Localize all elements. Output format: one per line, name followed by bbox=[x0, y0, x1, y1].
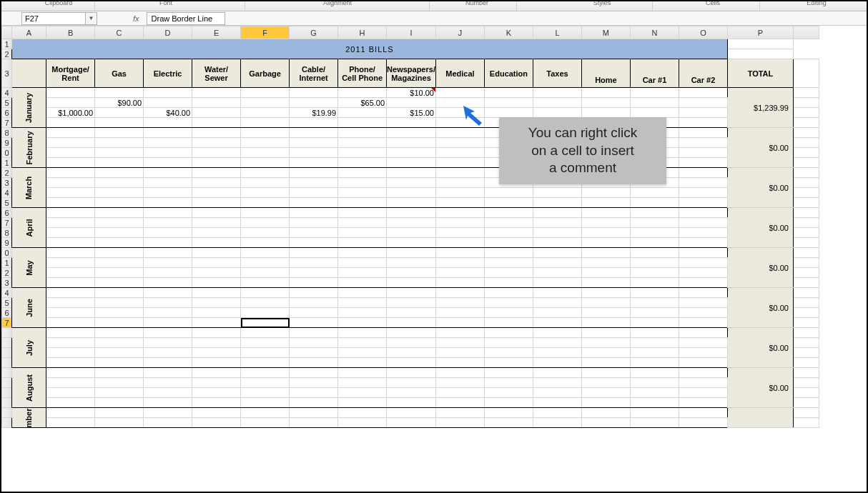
cell[interactable] bbox=[192, 228, 241, 238]
cell[interactable] bbox=[95, 158, 144, 168]
cell[interactable] bbox=[95, 88, 144, 98]
cell[interactable] bbox=[679, 88, 727, 98]
cell[interactable] bbox=[793, 88, 819, 98]
cell[interactable] bbox=[95, 218, 144, 228]
cell[interactable] bbox=[387, 348, 436, 358]
row-hdr[interactable]: 9 bbox=[2, 138, 12, 148]
cell[interactable] bbox=[46, 358, 95, 368]
cell[interactable] bbox=[241, 178, 290, 188]
cell-cable[interactable]: $19.99 bbox=[290, 108, 338, 118]
cell[interactable] bbox=[192, 308, 241, 318]
col-hdr-N[interactable]: N bbox=[630, 26, 679, 39]
cell[interactable] bbox=[241, 318, 290, 328]
cell[interactable] bbox=[387, 288, 436, 298]
cell[interactable] bbox=[95, 228, 144, 238]
cell[interactable] bbox=[630, 278, 679, 288]
cell[interactable] bbox=[290, 98, 338, 108]
cell[interactable] bbox=[290, 88, 338, 98]
cell[interactable] bbox=[387, 218, 436, 228]
row-hdr-2[interactable]: 2 bbox=[2, 49, 12, 59]
cell[interactable] bbox=[46, 308, 95, 318]
cell[interactable] bbox=[793, 338, 819, 348]
total-cell[interactable]: $0.00 bbox=[727, 328, 793, 368]
formula-input[interactable]: Draw Border Line bbox=[147, 12, 225, 25]
cell[interactable] bbox=[679, 228, 727, 238]
cell[interactable] bbox=[290, 318, 338, 328]
cell[interactable] bbox=[192, 88, 241, 98]
cell[interactable] bbox=[679, 268, 727, 278]
cell[interactable] bbox=[338, 338, 387, 348]
cell[interactable] bbox=[533, 88, 581, 98]
month-column-header[interactable] bbox=[12, 59, 46, 88]
cell[interactable] bbox=[630, 328, 679, 338]
cell[interactable] bbox=[533, 408, 581, 418]
total-cell[interactable]: $0.00 bbox=[727, 208, 793, 248]
cell[interactable] bbox=[95, 238, 144, 248]
cell[interactable] bbox=[241, 108, 290, 118]
cell[interactable] bbox=[144, 188, 192, 198]
row-hdr[interactable]: 4 bbox=[2, 288, 12, 298]
cell[interactable] bbox=[533, 188, 581, 198]
cell[interactable] bbox=[144, 148, 192, 158]
cell[interactable] bbox=[630, 348, 679, 358]
cell[interactable] bbox=[46, 208, 95, 218]
cell[interactable] bbox=[46, 228, 95, 238]
total-cell[interactable]: $0.00 bbox=[727, 248, 793, 288]
cell[interactable] bbox=[290, 308, 338, 318]
cell-electric[interactable]: $40.00 bbox=[144, 108, 192, 118]
cell[interactable] bbox=[144, 328, 192, 338]
cell[interactable] bbox=[241, 378, 290, 388]
cell[interactable] bbox=[533, 208, 581, 218]
cell[interactable] bbox=[484, 318, 533, 328]
cell[interactable] bbox=[46, 318, 95, 328]
cell[interactable] bbox=[241, 238, 290, 248]
cell[interactable] bbox=[338, 218, 387, 228]
cell[interactable] bbox=[241, 118, 290, 128]
cell[interactable] bbox=[387, 128, 436, 138]
cell[interactable] bbox=[95, 318, 144, 328]
cell[interactable] bbox=[793, 278, 819, 288]
cell[interactable] bbox=[533, 268, 581, 278]
cell[interactable] bbox=[581, 98, 630, 108]
cell[interactable] bbox=[290, 408, 338, 418]
row-hdr[interactable]: 7 bbox=[2, 118, 12, 128]
cell[interactable] bbox=[484, 238, 533, 248]
cell[interactable] bbox=[484, 288, 533, 298]
hdr-mortgage[interactable]: Mortgage/Rent bbox=[46, 59, 95, 88]
cell[interactable] bbox=[144, 208, 192, 218]
cell[interactable] bbox=[435, 318, 484, 328]
cell[interactable] bbox=[581, 228, 630, 238]
cell[interactable] bbox=[793, 238, 819, 248]
cell[interactable] bbox=[95, 308, 144, 318]
cell[interactable] bbox=[435, 88, 484, 98]
cell-phone[interactable]: $65.00 bbox=[338, 98, 387, 108]
cell[interactable] bbox=[484, 268, 533, 278]
cell[interactable] bbox=[533, 248, 581, 258]
cell[interactable] bbox=[290, 238, 338, 248]
cell[interactable] bbox=[192, 288, 241, 298]
cell[interactable] bbox=[192, 388, 241, 398]
cell[interactable] bbox=[679, 358, 727, 368]
cell[interactable] bbox=[144, 258, 192, 268]
cell[interactable] bbox=[241, 128, 290, 138]
cell[interactable] bbox=[533, 318, 581, 328]
cell[interactable] bbox=[95, 148, 144, 158]
cell[interactable] bbox=[144, 228, 192, 238]
cell[interactable] bbox=[192, 128, 241, 138]
cell[interactable] bbox=[46, 298, 95, 308]
cell[interactable] bbox=[387, 148, 436, 158]
cell[interactable] bbox=[793, 158, 819, 168]
cell[interactable] bbox=[679, 138, 727, 148]
cell[interactable] bbox=[630, 228, 679, 238]
col-hdr-K[interactable]: K bbox=[484, 26, 533, 39]
cell[interactable] bbox=[144, 398, 192, 408]
cell[interactable] bbox=[144, 288, 192, 298]
cell[interactable] bbox=[793, 328, 819, 338]
cell[interactable] bbox=[95, 398, 144, 408]
cell[interactable] bbox=[192, 278, 241, 288]
cell[interactable] bbox=[581, 408, 630, 418]
name-box-dropdown[interactable]: ▼ bbox=[86, 12, 97, 25]
cell[interactable] bbox=[630, 208, 679, 218]
cell[interactable] bbox=[290, 128, 338, 138]
cell[interactable] bbox=[95, 258, 144, 268]
